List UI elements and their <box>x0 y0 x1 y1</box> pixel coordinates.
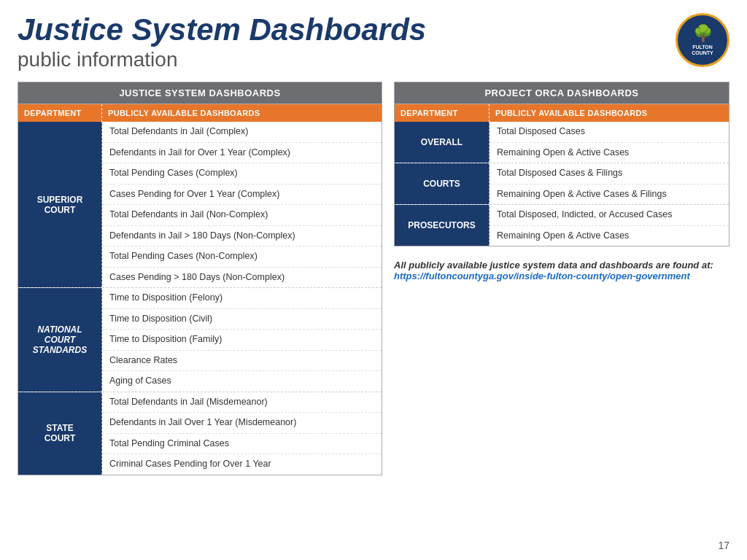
table-row: SUPERIORCOURT Total Defendants in Jail (… <box>18 122 382 288</box>
list-item: Total Disposed, Indicted, or Accused Cas… <box>489 205 729 226</box>
right-col-dashboards-header: PUBLICLY AVAILABLE DASHBOARDS <box>489 104 729 122</box>
list-item: Defendants in Jail > 180 Days (Non-Compl… <box>102 226 382 247</box>
right-table-headers: DEPARTMENT PUBLICLY AVAILABLE DASHBOARDS <box>394 104 729 122</box>
right-col-dept-header: DEPARTMENT <box>395 104 489 122</box>
left-col-dept-header: DEPARTMENT <box>18 104 102 122</box>
list-item: Total Disposed Cases <box>489 122 729 143</box>
overall-dashboards: Total Disposed Cases Remaining Open & Ac… <box>489 122 729 163</box>
left-col-dashboards-header: PUBLICLY AVAILABLE DASHBOARDS <box>102 104 382 122</box>
info-box: All publicly available justice system da… <box>394 260 729 281</box>
list-item: Total Pending Criminal Cases <box>102 434 382 455</box>
left-table-body: SUPERIORCOURT Total Defendants in Jail (… <box>18 122 382 475</box>
courts-dept: COURTS <box>395 163 489 204</box>
list-item: Total Pending Cases (Complex) <box>102 163 382 184</box>
superior-court-dashboards: Total Defendants in Jail (Complex) Defen… <box>102 122 382 287</box>
table-row: PROSECUTORS Total Disposed, Indicted, or… <box>395 205 729 246</box>
state-court-dashboards: Total Defendants in Jail (Misdemeanor) D… <box>102 392 382 475</box>
overall-dept: OVERALL <box>395 122 489 163</box>
header: Justice System Dashboards public informa… <box>18 13 729 71</box>
info-text: All publicly available justice system da… <box>394 260 729 281</box>
courts-dashboards: Total Disposed Cases & Filings Remaining… <box>489 163 729 204</box>
table-row: NATIONALCOURTSTANDARDS Time to Dispositi… <box>18 288 382 392</box>
list-item: Remaining Open & Active Cases & Filings <box>489 184 729 205</box>
page: Justice System Dashboards public informa… <box>0 0 747 560</box>
page-subtitle: public information <box>18 48 426 71</box>
table-row: STATECOURT Total Defendants in Jail (Mis… <box>18 392 382 475</box>
prosecutors-dept: PROSECUTORS <box>395 205 489 246</box>
list-item: Time to Disposition (Civil) <box>102 309 382 330</box>
header-title: Justice System Dashboards public informa… <box>18 13 426 71</box>
list-item: Cases Pending > 180 Days (Non-Complex) <box>102 268 382 288</box>
list-item: Criminal Cases Pending for Over 1 Year <box>102 454 382 475</box>
left-table-headers: DEPARTMENT PUBLICLY AVAILABLE DASHBOARDS <box>18 104 382 122</box>
list-item: Total Defendants in Jail (Non-Complex) <box>102 205 382 226</box>
page-title: Justice System Dashboards <box>18 13 426 47</box>
project-orca-section: PROJECT ORCA DASHBOARDS DEPARTMENT PUBLI… <box>394 82 729 475</box>
right-table-title: PROJECT ORCA DASHBOARDS <box>394 82 729 104</box>
national-court-dashboards: Time to Disposition (Felony) Time to Dis… <box>102 288 382 392</box>
project-orca-dashboards-table: PROJECT ORCA DASHBOARDS DEPARTMENT PUBLI… <box>394 82 729 246</box>
info-link[interactable]: https://fultoncountyga.gov/inside-fulton… <box>394 271 690 281</box>
list-item: Time to Disposition (Felony) <box>102 288 382 309</box>
list-item: Time to Disposition (Family) <box>102 330 382 351</box>
list-item: Total Disposed Cases & Filings <box>489 163 729 184</box>
prosecutors-dashboards: Total Disposed, Indicted, or Accused Cas… <box>489 205 729 246</box>
list-item: Cases Pending for Over 1 Year (Complex) <box>102 184 382 206</box>
superior-court-dept: SUPERIORCOURT <box>18 122 102 287</box>
list-item: Defendants in Jail Over 1 Year (Misdemea… <box>102 413 382 434</box>
list-item: Total Defendants in Jail (Complex) <box>102 122 382 143</box>
logo-tree-icon: 🌳 <box>693 24 713 43</box>
national-court-standards-dept: NATIONALCOURTSTANDARDS <box>18 288 102 392</box>
page-number: 17 <box>718 540 729 551</box>
list-item: Clearance Rates <box>102 351 382 372</box>
list-item: Total Defendants in Jail (Misdemeanor) <box>102 392 382 413</box>
list-item: Aging of Cases <box>102 371 382 392</box>
justice-system-dashboards-table: JUSTICE SYSTEM DASHBOARDS DEPARTMENT PUB… <box>18 82 382 475</box>
table-row: COURTS Total Disposed Cases & Filings Re… <box>395 163 729 205</box>
list-item: Remaining Open & Active Cases <box>489 226 729 246</box>
info-description: All publicly available justice system da… <box>394 260 713 271</box>
list-item: Defendants in Jail for Over 1 Year (Comp… <box>102 143 382 164</box>
fulton-county-logo: 🌳 FULTONCOUNTY <box>676 13 729 67</box>
tables-container: JUSTICE SYSTEM DASHBOARDS DEPARTMENT PUB… <box>18 82 729 475</box>
state-court-dept: STATECOURT <box>18 392 102 475</box>
right-table-body: OVERALL Total Disposed Cases Remaining O… <box>394 122 729 246</box>
left-table-title: JUSTICE SYSTEM DASHBOARDS <box>18 82 382 104</box>
logo-text: FULTONCOUNTY <box>692 44 713 57</box>
list-item: Total Pending Cases (Non-Complex) <box>102 246 382 268</box>
list-item: Remaining Open & Active Cases <box>489 143 729 163</box>
table-row: OVERALL Total Disposed Cases Remaining O… <box>395 122 729 163</box>
